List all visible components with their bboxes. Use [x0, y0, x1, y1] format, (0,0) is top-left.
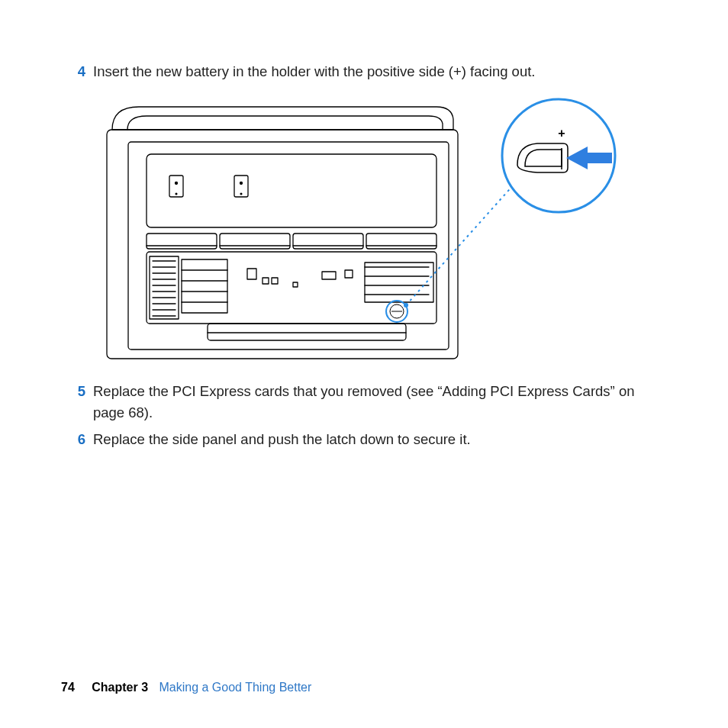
step-text: Insert the new battery in the holder wit…: [93, 61, 659, 82]
svg-rect-44: [365, 263, 433, 302]
svg-point-50: [404, 303, 408, 308]
step-text: Replace the PCI Express cards that you r…: [93, 381, 659, 424]
svg-rect-35: [263, 278, 269, 284]
svg-rect-37: [293, 282, 298, 287]
battery-install-figure: Line illustration of the interior of a d…: [93, 93, 659, 367]
svg-point-4: [176, 182, 178, 184]
chapter-label: Chapter 3: [92, 681, 148, 694]
computer-interior-illustration: Line illustration of the interior of a d…: [93, 93, 627, 364]
step-4: 4 Insert the new battery in the holder w…: [69, 61, 659, 82]
step-number: 6: [69, 429, 93, 450]
svg-rect-10: [220, 234, 290, 249]
step-number: 4: [69, 61, 93, 82]
svg-rect-34: [247, 269, 256, 279]
svg-point-5: [176, 193, 177, 195]
battery-detail-callout: +: [502, 99, 615, 212]
svg-point-8: [240, 193, 242, 195]
svg-rect-29: [182, 259, 227, 313]
step-5: 5 Replace the PCI Express cards that you…: [69, 381, 659, 424]
callout-leader: [406, 177, 520, 305]
step-text: Replace the side panel and push the latc…: [93, 429, 659, 450]
svg-rect-11: [293, 234, 363, 249]
step-number: 5: [69, 381, 93, 402]
chapter-title: Making a Good Thing Better: [159, 681, 312, 694]
svg-rect-39: [345, 270, 353, 278]
svg-rect-36: [272, 278, 278, 284]
svg-rect-45: [208, 324, 406, 340]
svg-rect-9: [147, 234, 217, 249]
svg-point-7: [240, 182, 243, 184]
page-number: 74: [61, 681, 75, 694]
positive-plus-label: +: [558, 127, 565, 140]
document-page: 4 Insert the new battery in the holder w…: [0, 0, 728, 728]
svg-rect-12: [366, 234, 436, 249]
step-6: 6 Replace the side panel and push the la…: [69, 429, 659, 450]
svg-rect-2: [147, 154, 436, 227]
svg-rect-38: [322, 272, 336, 279]
page-footer: 74 Chapter 3 Making a Good Thing Better: [61, 681, 311, 694]
